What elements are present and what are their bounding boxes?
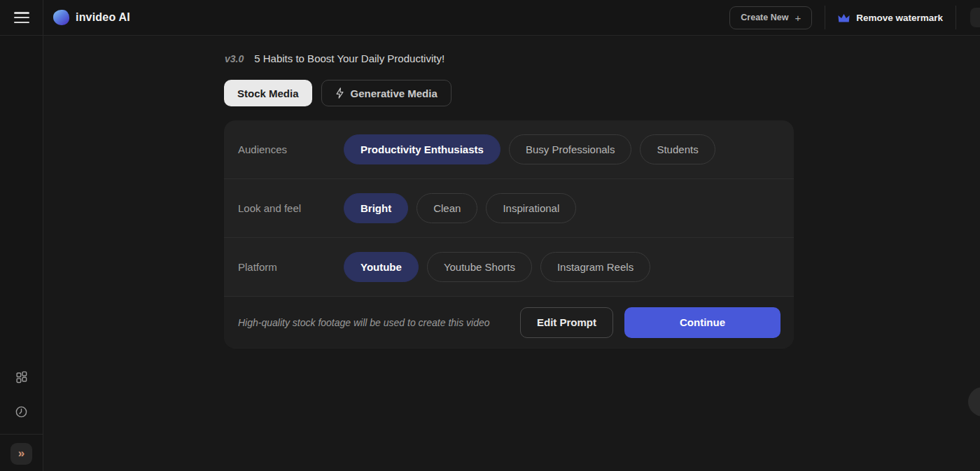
option-pill-clean[interactable]: Clean: [416, 193, 477, 223]
tab-stock-media-label: Stock Media: [237, 87, 299, 99]
top-bar: invideo AI Create New + Remove watermark: [0, 0, 980, 36]
row-label: Look and feel: [238, 202, 344, 214]
settings-row-audiences: Audiences Productivity Enthusiasts Busy …: [224, 120, 794, 179]
edit-prompt-button[interactable]: Edit Prompt: [520, 307, 613, 338]
dashboard-grid-icon: [15, 370, 28, 384]
tab-generative-media[interactable]: Generative Media: [321, 80, 451, 106]
create-new-label: Create New: [741, 13, 788, 22]
plus-icon: +: [794, 13, 801, 23]
title-row: v3.0 5 Habits to Boost Your Daily Produc…: [225, 52, 444, 64]
row-label: Audiences: [238, 143, 344, 155]
topbar-divider: [825, 6, 825, 29]
topbar-divider-2: [955, 6, 956, 29]
tab-generative-media-label: Generative Media: [351, 87, 438, 99]
card-footer: High-quality stock footage will be used …: [224, 297, 794, 348]
sidebar-divider: [0, 434, 43, 435]
media-tabs: Stock Media Generative Media: [224, 80, 451, 106]
remove-watermark-button[interactable]: Remove watermark: [838, 13, 943, 23]
hamburger-icon: [14, 12, 29, 23]
option-pill-productivity-enthusiasts[interactable]: Productivity Enthusiasts: [344, 134, 500, 164]
remove-watermark-label: Remove watermark: [856, 13, 943, 23]
edge-cutoff-element: [970, 8, 980, 27]
settings-row-platform: Platform Youtube Youtube Shorts Instagra…: [224, 238, 794, 297]
clock-icon: [15, 405, 28, 419]
version-badge: v3.0: [225, 53, 244, 64]
stock-footage-note: High-quality stock footage will be used …: [238, 317, 509, 328]
double-chevron-right-icon: »: [18, 447, 24, 459]
settings-card: Audiences Productivity Enthusiasts Busy …: [224, 120, 794, 349]
lightning-bolt-icon: [335, 87, 344, 99]
create-new-button[interactable]: Create New +: [729, 6, 812, 29]
main-content: v3.0 5 Habits to Boost Your Daily Produc…: [44, 36, 980, 471]
tab-stock-media[interactable]: Stock Media: [224, 80, 312, 106]
option-pill-busy-professionals[interactable]: Busy Professionals: [509, 134, 632, 164]
sidebar-item-history[interactable]: [9, 399, 34, 424]
brand-name: invideo AI: [76, 11, 130, 24]
option-pill-youtube[interactable]: Youtube: [344, 252, 419, 282]
crown-icon: [838, 13, 850, 23]
left-sidebar: »: [0, 36, 43, 471]
brand[interactable]: invideo AI: [53, 10, 130, 25]
video-title: 5 Habits to Boost Your Daily Productivit…: [254, 52, 444, 64]
option-pill-students[interactable]: Students: [640, 134, 715, 164]
sidebar-expand-button[interactable]: »: [10, 443, 32, 465]
option-pill-bright[interactable]: Bright: [344, 193, 408, 223]
row-label: Platform: [238, 261, 344, 273]
option-pill-instagram-reels[interactable]: Instagram Reels: [540, 252, 650, 282]
option-pill-inspirational[interactable]: Inspirational: [486, 193, 576, 223]
sidebar-item-dashboard[interactable]: [9, 364, 34, 389]
invideo-logo-icon: [53, 10, 69, 25]
option-pill-youtube-shorts[interactable]: Youtube Shorts: [427, 252, 532, 282]
settings-row-look-and-feel: Look and feel Bright Clean Inspirational: [224, 179, 794, 238]
menu-button[interactable]: [0, 0, 43, 35]
continue-button[interactable]: Continue: [624, 307, 780, 338]
